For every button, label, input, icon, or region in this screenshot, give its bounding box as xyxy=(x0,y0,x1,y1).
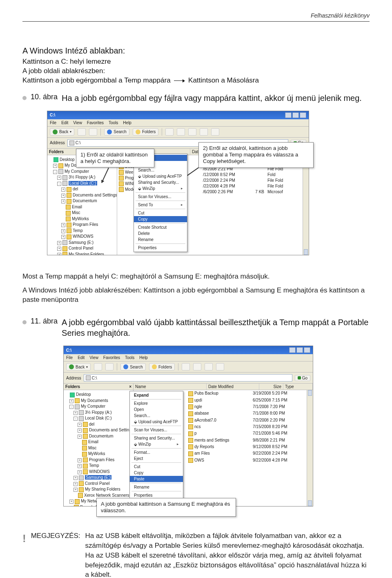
menu-item[interactable]: Favorites xyxy=(103,355,120,360)
close-icon[interactable] xyxy=(300,112,306,118)
table-row[interactable]: updi6/25/2008 7:15 PM xyxy=(187,397,307,404)
tree-item[interactable]: +3½ Floppy (A:) xyxy=(65,410,131,416)
tree-item[interactable]: +Samsung (E:) xyxy=(65,475,131,481)
menu-item[interactable]: View xyxy=(73,121,82,125)
menu-item[interactable]: Edit xyxy=(61,121,68,125)
folders-pane-close-icon[interactable]: × xyxy=(129,384,131,389)
col-type[interactable]: Type xyxy=(283,384,313,390)
menu-item[interactable]: Tools xyxy=(125,355,134,360)
context-menu-item[interactable]: Properties xyxy=(134,245,187,251)
context-menu-item[interactable]: Rename xyxy=(130,484,183,490)
table-row[interactable]: ngle7/1/2008 7:20 PM xyxy=(187,404,307,410)
toolbar-icon[interactable] xyxy=(177,128,185,136)
vertical-scrollbar[interactable] xyxy=(307,390,313,506)
tree-item[interactable]: Misc xyxy=(65,445,131,451)
undo-icon[interactable] xyxy=(200,128,208,136)
context-menu-item[interactable]: Copy xyxy=(130,470,183,476)
menu-item[interactable]: Help xyxy=(123,121,131,125)
tree-item[interactable]: +WINDOWS xyxy=(49,234,115,240)
tree-item[interactable]: +Control Panel xyxy=(65,481,131,487)
menu-item[interactable]: Tools xyxy=(109,121,118,125)
maximize-icon[interactable] xyxy=(292,112,299,118)
tree-item[interactable]: +del xyxy=(65,422,131,428)
context-menu-item[interactable]: Open xyxy=(130,406,183,413)
context-menu-item[interactable]: Scan for Viruses... xyxy=(134,194,187,200)
menu-item[interactable]: Help xyxy=(139,355,148,360)
context-menu-item[interactable]: Expand xyxy=(130,392,183,398)
tree-item[interactable]: +Program Files xyxy=(49,222,115,228)
minimize-icon[interactable] xyxy=(285,112,292,118)
tree-item[interactable]: -Local Disk (C:) xyxy=(49,181,115,187)
menu-item[interactable]: Edit xyxy=(78,355,85,360)
context-menu-item[interactable]: Delete xyxy=(134,230,187,237)
context-menu-item[interactable]: Sharing and Security... xyxy=(130,435,183,441)
views-icon[interactable] xyxy=(211,128,219,136)
tree-item[interactable]: +del xyxy=(49,186,115,192)
minimize-icon[interactable] xyxy=(289,347,296,353)
menu-item[interactable]: File xyxy=(50,121,56,125)
table-row[interactable]: ments and Settings9/8/2008 2:21 PM xyxy=(187,437,307,444)
col-size[interactable]: Size xyxy=(259,384,283,390)
vertical-scrollbar[interactable] xyxy=(303,155,309,255)
tree-item[interactable]: +My Sharing Folders xyxy=(49,252,115,255)
tree-item[interactable]: MyWorks xyxy=(49,216,115,222)
folders-button[interactable]: Folders xyxy=(133,128,158,136)
context-menu-item[interactable]: Search... xyxy=(134,167,187,173)
tree-item[interactable]: -Local Disk (C:) xyxy=(65,415,131,422)
tree-item[interactable]: Email xyxy=(65,439,131,445)
search-button[interactable]: Search xyxy=(104,128,129,136)
context-menu-item[interactable]: ⬙ WinZip xyxy=(130,441,183,447)
maximize-icon[interactable] xyxy=(296,347,303,353)
tree-item[interactable]: Misc xyxy=(49,210,115,216)
tree-item[interactable]: -My Computer xyxy=(65,404,131,410)
tree-item[interactable]: Desktop xyxy=(65,392,131,398)
tree-item[interactable]: +Documents and Settings xyxy=(49,192,115,199)
tree-item[interactable]: +Control Panel xyxy=(49,245,115,252)
context-menu-item[interactable]: Cut xyxy=(130,464,183,470)
close-icon[interactable] xyxy=(304,347,310,353)
back-button[interactable]: Back▾ xyxy=(50,128,74,136)
toolbar-icon[interactable] xyxy=(165,128,174,136)
folders-button[interactable]: Folders xyxy=(149,363,175,370)
context-menu-item[interactable]: ⬙ WinZip xyxy=(134,185,187,192)
tree-item[interactable]: +Temp xyxy=(49,228,115,234)
col-name[interactable]: Name xyxy=(134,384,207,390)
menu-item[interactable]: View xyxy=(89,355,98,360)
toolbar-icon[interactable] xyxy=(193,363,201,370)
table-row[interactable]: p7/21/2008 5:46 PM xyxy=(187,430,307,437)
col-date[interactable]: Date Modified xyxy=(207,384,259,390)
menu-item[interactable]: File xyxy=(66,355,73,360)
table-row[interactable]: aAcrobat7.07/2/2008 2:20 PM xyxy=(187,417,307,424)
toolbar-icon[interactable] xyxy=(205,363,213,370)
forward-button[interactable] xyxy=(94,363,102,370)
table-row[interactable]: am Files9/22/2008 2:24 PM xyxy=(187,450,307,457)
context-menu-item[interactable]: Rename xyxy=(134,237,187,243)
menu-item[interactable]: Favorites xyxy=(87,121,104,125)
table-row[interactable]: OWS9/22/2008 4:28 PM xyxy=(187,457,307,464)
forward-button[interactable] xyxy=(78,128,86,136)
context-menu-item[interactable]: Cut xyxy=(134,210,187,216)
up-button[interactable] xyxy=(89,128,97,136)
context-menu-item[interactable]: Explore xyxy=(130,400,183,406)
context-menu-item[interactable]: ⬙ Upload using AceFTP xyxy=(130,419,183,425)
table-row[interactable]: dy Reports9/12/2008 8:52 PM xyxy=(187,444,307,450)
context-menu-item[interactable]: Format... xyxy=(130,449,183,455)
tree-item[interactable]: +Temp xyxy=(65,463,131,469)
tree-item[interactable]: +WINDOWS xyxy=(65,469,131,475)
toolbar-icon[interactable] xyxy=(182,363,190,370)
context-menu-item[interactable]: ⬙ Upload using AceFTP xyxy=(134,173,187,179)
context-menu-item[interactable]: Sharing and Security... xyxy=(134,179,187,185)
tree-item[interactable]: +Program Files xyxy=(65,457,131,463)
back-button[interactable]: Back▾ xyxy=(66,363,91,370)
context-menu-item[interactable]: Paste xyxy=(130,476,183,482)
delete-icon[interactable] xyxy=(188,128,196,136)
tree-item[interactable]: +Documentum xyxy=(49,198,115,204)
up-button[interactable] xyxy=(105,363,114,370)
address-input[interactable]: C:\ xyxy=(84,374,292,382)
tree-item[interactable]: +Documents and Settings xyxy=(65,427,131,433)
views-icon[interactable] xyxy=(216,363,224,370)
context-menu-item[interactable]: Create Shortcut xyxy=(134,224,187,230)
tree-item[interactable]: +Samsung (E:) xyxy=(49,240,115,246)
table-row[interactable]: atabase7/1/2008 8:00 PM xyxy=(187,410,307,417)
context-menu-item[interactable]: Scan for Viruses... xyxy=(130,427,183,433)
